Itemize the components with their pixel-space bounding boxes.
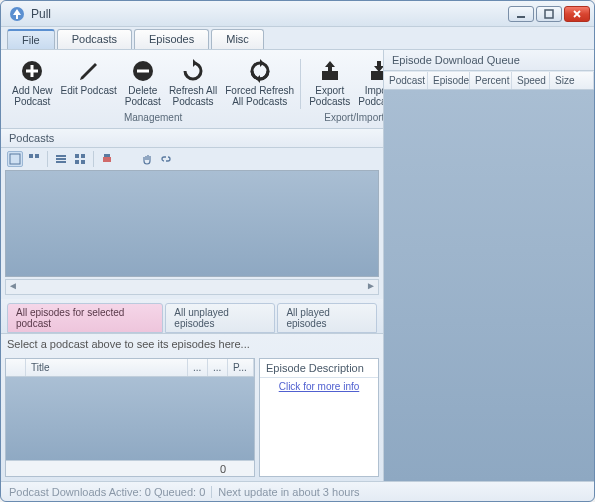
edit-podcast-button[interactable]: Edit Podcast <box>57 57 121 109</box>
view-list-icon[interactable] <box>7 151 23 167</box>
export-podcasts-button[interactable]: Export Podcasts <box>305 57 354 109</box>
refresh-all-button[interactable]: Refresh All Podcasts <box>165 57 221 109</box>
export-icon <box>318 59 342 83</box>
ribbon: Add New Podcast Edit Podcast Delete Podc… <box>1 50 383 129</box>
right-pane: Episode Download Queue Podcast Episode P… <box>384 50 594 481</box>
svg-rect-13 <box>56 161 66 163</box>
workspace: Add New Podcast Edit Podcast Delete Podc… <box>1 49 594 481</box>
refresh-icon <box>181 59 205 83</box>
svg-rect-14 <box>75 154 79 158</box>
queue-title: Episode Download Queue <box>384 50 594 71</box>
tab-file[interactable]: File <box>7 29 55 49</box>
qcol-speed[interactable]: Speed <box>512 72 550 89</box>
podcasts-panel-title: Podcasts <box>1 129 383 148</box>
toolbar-separator <box>93 151 94 167</box>
description-panel: Episode Description Click for more info <box>259 358 379 477</box>
svg-rect-9 <box>29 154 33 158</box>
delete-podcast-label: Delete Podcast <box>125 85 161 107</box>
ribbon-group-management: Add New Podcast Edit Podcast Delete Podc… <box>5 54 301 124</box>
tab-selected-episodes[interactable]: All episodes for selected podcast <box>7 303 163 333</box>
description-body: Click for more info <box>260 378 378 476</box>
window-title: Pull <box>31 7 508 21</box>
add-podcast-button[interactable]: Add New Podcast <box>8 57 57 109</box>
qcol-percent[interactable]: Percent <box>470 72 512 89</box>
col-title[interactable]: Title <box>26 359 188 376</box>
podcasts-panel: Podcasts <box>1 129 383 299</box>
edit-podcast-label: Edit Podcast <box>61 85 117 96</box>
app-icon <box>9 6 25 22</box>
svg-rect-11 <box>56 155 66 157</box>
minus-circle-icon <box>131 59 155 83</box>
episodes-table: Title ... ... P... 0 <box>6 359 254 476</box>
col-blank[interactable] <box>6 359 26 376</box>
episodes-section: Select a podcast above to see its episod… <box>1 333 383 481</box>
queue-body[interactable] <box>384 90 594 481</box>
app-window: Pull File Podcasts Episodes Misc Add New… <box>0 0 595 502</box>
qcol-size[interactable]: Size <box>550 72 594 89</box>
col-ext1[interactable]: ... <box>188 359 208 376</box>
qcol-podcast[interactable]: Podcast <box>384 72 428 89</box>
description-title: Episode Description <box>260 359 378 378</box>
episodes-hint: Select a podcast above to see its episod… <box>1 334 383 354</box>
svg-rect-16 <box>75 160 79 164</box>
status-separator <box>211 486 212 498</box>
svg-rect-1 <box>517 16 525 18</box>
link-icon[interactable] <box>158 151 174 167</box>
view-tiles-icon[interactable] <box>26 151 42 167</box>
qcol-episode[interactable]: Episode <box>428 72 470 89</box>
pencil-icon <box>77 59 101 83</box>
close-button[interactable] <box>564 6 590 22</box>
svg-rect-5 <box>137 70 149 73</box>
queue-columns: Podcast Episode Percent Speed Size <box>384 71 594 90</box>
status-downloads: Podcast Downloads Active: 0 Queued: 0 <box>9 486 205 498</box>
tab-misc[interactable]: Misc <box>211 29 264 49</box>
svg-rect-15 <box>81 154 85 158</box>
tab-played-episodes[interactable]: All played episodes <box>277 303 377 333</box>
forced-refresh-button[interactable]: Forced Refresh All Podcasts <box>221 57 298 109</box>
episodes-count: 0 <box>220 463 226 475</box>
podcast-hscrollbar[interactable] <box>5 279 379 295</box>
statusbar: Podcast Downloads Active: 0 Queued: 0 Ne… <box>1 481 594 501</box>
episodes-footer: 0 <box>6 460 254 476</box>
refresh-all-label: Refresh All Podcasts <box>169 85 217 107</box>
svg-rect-7 <box>371 71 384 80</box>
import-icon <box>367 59 384 83</box>
svg-rect-8 <box>10 154 20 164</box>
window-controls <box>508 6 590 22</box>
svg-rect-18 <box>103 157 111 162</box>
col-ext2[interactable]: ... <box>208 359 228 376</box>
more-info-link[interactable]: Click for more info <box>279 381 360 392</box>
forced-refresh-label: Forced Refresh All Podcasts <box>225 85 294 107</box>
minimize-button[interactable] <box>508 6 534 22</box>
pan-hand-icon[interactable] <box>139 151 155 167</box>
status-next-update: Next update in about 3 hours <box>218 486 359 498</box>
titlebar: Pull <box>1 1 594 27</box>
print-icon[interactable] <box>99 151 115 167</box>
toolbar-separator <box>47 151 48 167</box>
maximize-button[interactable] <box>536 6 562 22</box>
forced-refresh-icon <box>248 59 272 83</box>
episode-tabs: All episodes for selected podcast All un… <box>1 299 383 333</box>
episodes-table-body[interactable] <box>6 377 254 460</box>
management-group-label: Management <box>6 112 300 123</box>
export-podcasts-label: Export Podcasts <box>309 85 350 107</box>
plus-circle-icon <box>20 59 44 83</box>
tab-podcasts[interactable]: Podcasts <box>57 29 132 49</box>
view-grid-icon[interactable] <box>72 151 88 167</box>
main-tabbar: File Podcasts Episodes Misc <box>1 27 594 49</box>
podcast-list[interactable] <box>5 170 379 277</box>
col-p[interactable]: P... <box>228 359 254 376</box>
export-import-group-label: Export/Import <box>303 112 384 123</box>
left-pane: Add New Podcast Edit Podcast Delete Podc… <box>1 50 384 481</box>
view-details-icon[interactable] <box>53 151 69 167</box>
import-podcasts-button[interactable]: Import Podcasts <box>354 57 384 109</box>
svg-rect-6 <box>322 71 338 80</box>
tab-episodes[interactable]: Episodes <box>134 29 209 49</box>
episodes-table-header: Title ... ... P... <box>6 359 254 377</box>
delete-podcast-button[interactable]: Delete Podcast <box>121 57 165 109</box>
svg-rect-2 <box>545 10 553 18</box>
svg-rect-10 <box>35 154 39 158</box>
tab-unplayed-episodes[interactable]: All unplayed episodes <box>165 303 275 333</box>
episodes-content: Title ... ... P... 0 Episode <box>1 354 383 481</box>
svg-rect-17 <box>81 160 85 164</box>
